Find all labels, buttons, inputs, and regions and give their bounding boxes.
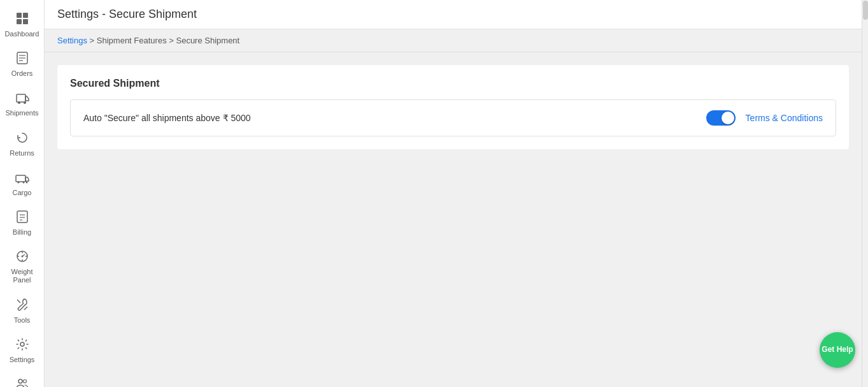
svg-point-14	[25, 181, 27, 183]
svg-line-26	[17, 300, 20, 303]
billing-icon	[15, 210, 29, 226]
sidebar-label-orders: Orders	[11, 69, 33, 78]
shipments-icon	[15, 91, 29, 106]
sidebar-label-billing: Billing	[13, 228, 31, 237]
weight-panel-icon	[15, 249, 29, 265]
sidebar-item-tools[interactable]: Tools	[0, 291, 44, 331]
returns-icon	[15, 131, 29, 147]
svg-point-9	[18, 101, 20, 104]
sidebar-item-dashboard[interactable]: Dashboard	[0, 5, 44, 45]
svg-rect-11	[16, 175, 25, 182]
page-content: Secured Shipment Auto "Secure" all shipm…	[45, 52, 862, 387]
svg-rect-1	[23, 13, 28, 18]
section-title: Secured Shipment	[70, 78, 836, 89]
sidebar-label-settings: Settings	[10, 356, 35, 364]
sidebar-item-settings[interactable]: Settings	[0, 331, 44, 370]
sidebar-item-orders[interactable]: Orders	[0, 45, 44, 84]
svg-point-10	[24, 101, 26, 104]
scrollbar-thumb[interactable]	[863, 1, 868, 20]
breadcrumb-sep1: >	[87, 36, 97, 45]
sidebar: Dashboard Orders Shipments	[0, 0, 45, 387]
svg-point-28	[20, 342, 24, 346]
setting-row-secure: Auto "Secure" all shipments above ₹ 5000…	[70, 99, 836, 136]
secured-shipment-card: Secured Shipment Auto "Secure" all shipm…	[57, 65, 849, 149]
sidebar-label-cargo: Cargo	[13, 189, 32, 197]
tools-icon	[15, 298, 29, 314]
breadcrumb-sep2: >	[167, 36, 176, 45]
settings-icon	[15, 337, 29, 353]
customers-icon	[15, 377, 29, 387]
svg-rect-8	[17, 94, 25, 102]
toggle-track	[706, 110, 736, 126]
page-header: Settings - Secure Shipment	[45, 0, 862, 29]
sidebar-item-customers[interactable]: Customers	[0, 370, 44, 387]
breadcrumb-settings-link[interactable]: Settings	[57, 36, 87, 45]
svg-point-25	[21, 256, 23, 258]
breadcrumb-shipment-features: Shipment Features	[97, 36, 167, 45]
sidebar-item-returns[interactable]: Returns	[0, 124, 44, 164]
sidebar-label-returns: Returns	[10, 149, 34, 157]
get-help-button[interactable]: Get Help	[820, 332, 855, 368]
sidebar-label-shipments: Shipments	[6, 109, 39, 117]
cargo-icon	[15, 170, 29, 186]
toggle-thumb	[722, 112, 734, 124]
svg-line-27	[24, 307, 27, 310]
svg-rect-0	[17, 13, 22, 18]
orders-icon	[15, 51, 29, 67]
sidebar-label-tools: Tools	[14, 316, 31, 325]
svg-rect-2	[17, 19, 22, 24]
svg-rect-15	[17, 211, 27, 223]
sidebar-item-shipments[interactable]: Shipments	[0, 84, 44, 124]
terms-conditions-link[interactable]: Terms & Conditions	[746, 113, 823, 123]
svg-point-12	[17, 181, 19, 183]
toggle-wrapper: Terms & Conditions	[706, 110, 823, 126]
scrollbar-track	[862, 0, 868, 387]
breadcrumb-current: Secure Shipment	[176, 36, 239, 45]
svg-point-30	[23, 379, 26, 383]
dashboard-icon	[15, 11, 29, 27]
sidebar-label-dashboard: Dashboard	[5, 30, 39, 38]
svg-rect-3	[23, 19, 28, 24]
sidebar-item-weight-panel[interactable]: Weight Panel	[0, 243, 44, 291]
main-content: Settings - Secure Shipment Settings > Sh…	[45, 0, 862, 387]
breadcrumb: Settings > Shipment Features > Secure Sh…	[45, 29, 862, 52]
secure-toggle[interactable]	[706, 110, 736, 126]
sidebar-item-billing[interactable]: Billing	[0, 203, 44, 243]
svg-point-29	[18, 379, 22, 383]
toggle-label: Auto "Secure" all shipments above ₹ 5000	[83, 113, 694, 123]
page-title: Settings - Secure Shipment	[57, 8, 197, 21]
svg-point-13	[22, 181, 24, 183]
sidebar-item-cargo[interactable]: Cargo	[0, 164, 44, 203]
sidebar-label-weight-panel: Weight Panel	[3, 268, 41, 284]
